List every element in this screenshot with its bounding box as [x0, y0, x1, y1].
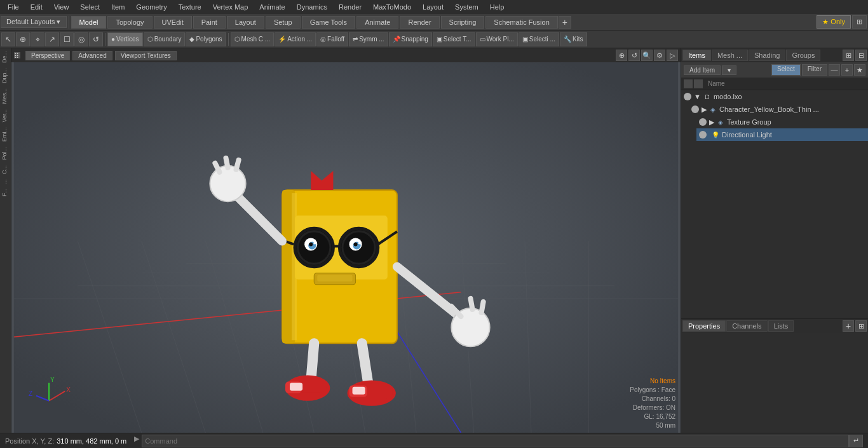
layout-expand-button[interactable]: ⊞: [852, 15, 867, 29]
items-expand-icon[interactable]: ⊞: [843, 50, 854, 61]
items-dash-button[interactable]: —: [829, 64, 840, 76]
tool-boundary[interactable]: ⬡ Boundary: [144, 32, 186, 46]
tab-shading[interactable]: Shading: [749, 50, 785, 61]
tool-mesh-filter[interactable]: ⬡ Mesh C ...: [231, 32, 275, 46]
vp-icon-settings[interactable]: ⚙: [654, 50, 665, 61]
cmd-go-button[interactable]: ↵: [849, 435, 863, 447]
menu-dynamics[interactable]: Dynamics: [292, 2, 332, 12]
command-input[interactable]: [142, 435, 849, 447]
menu-texture[interactable]: Texture: [173, 2, 207, 12]
sidebar-tab-dot[interactable]: ...: [0, 177, 11, 187]
tab-uvedit[interactable]: UVEdit: [154, 16, 192, 29]
vp-icon-reset[interactable]: ↺: [628, 50, 640, 61]
tool-snapping[interactable]: 📌 Snapping: [389, 32, 432, 46]
sidebar-tab-mes[interactable]: Mes...: [0, 86, 11, 107]
tab-schematicfusion[interactable]: Schematic Fusion: [485, 16, 557, 29]
menu-animate[interactable]: Animate: [254, 2, 290, 12]
tool-select-arrow[interactable]: ↖: [1, 32, 15, 46]
prop-tab-properties[interactable]: Properties: [682, 320, 726, 332]
tool-polygons[interactable]: ◆ Polygons: [186, 32, 226, 46]
tab-topology[interactable]: Topology: [107, 16, 152, 29]
tree-expand-texture[interactable]: ▶: [709, 118, 714, 126]
vp-tab-perspective[interactable]: Perspective: [25, 51, 70, 60]
items-plus-button[interactable]: +: [841, 64, 853, 76]
menu-edit[interactable]: Edit: [25, 2, 48, 12]
tool-kits[interactable]: 🔧 Kits: [560, 32, 587, 46]
tab-setup[interactable]: Setup: [266, 16, 301, 29]
sidebar-tab-dup[interactable]: Dup...: [0, 65, 11, 86]
tab-groups[interactable]: Groups: [786, 50, 820, 61]
vis-circle-1[interactable]: [684, 93, 691, 100]
viewport-grip[interactable]: ⠿: [14, 52, 20, 58]
items-star-button[interactable]: ★: [854, 64, 865, 76]
tool-arrow[interactable]: ↗: [45, 32, 59, 46]
tab-gametools[interactable]: Game Tools: [302, 16, 356, 29]
tree-row-modo[interactable]: ▼ 🗋 modo.lxo: [681, 90, 868, 103]
tree-row-directional-light[interactable]: 💡 Directional Light: [696, 128, 868, 141]
tool-selecti[interactable]: ▣ Selecti ...: [519, 32, 559, 46]
tab-model[interactable]: Model: [71, 16, 107, 29]
vp-tab-advanced[interactable]: Advanced: [72, 51, 112, 60]
viewport-canvas[interactable]: X Y Z No Items Polygons : Face Channels:…: [11, 62, 681, 433]
tool-action[interactable]: ⚡ Action ...: [275, 32, 316, 46]
items-list[interactable]: ▼ 🗋 modo.lxo ▶ ◈ Character_Yellow_Book_T…: [681, 90, 868, 318]
sidebar-tab-pol[interactable]: Pol...: [0, 144, 11, 163]
tab-layout[interactable]: Layout: [227, 16, 264, 29]
menu-layout[interactable]: Layout: [417, 2, 449, 12]
tab-scripting[interactable]: Scripting: [441, 16, 485, 29]
tab-render[interactable]: Render: [400, 16, 439, 29]
menu-geometry[interactable]: Geometry: [131, 2, 172, 12]
sidebar-tab-emi[interactable]: Emi...: [0, 125, 11, 144]
items-collapse-icon[interactable]: ⊟: [855, 50, 867, 61]
menu-select[interactable]: Select: [75, 2, 105, 12]
prop-tab-lists[interactable]: Lists: [768, 320, 794, 332]
vis-circle-4[interactable]: [699, 131, 707, 139]
tool-rotate[interactable]: ◎: [74, 32, 88, 46]
tree-row-texture[interactable]: ▶ ◈ Texture Group: [696, 116, 868, 128]
tree-expand-character[interactable]: ▶: [702, 105, 707, 114]
menu-vertexmap[interactable]: Vertex Map: [208, 2, 254, 12]
sidebar-tab-f[interactable]: F...: [0, 186, 11, 199]
layout-preset-button[interactable]: Default Layouts ▾: [1, 16, 67, 28]
tool-vertices[interactable]: ● Vertices: [107, 32, 143, 46]
tool-refresh[interactable]: ↺: [89, 32, 103, 46]
tool-select-through[interactable]: ▣ Select T...: [433, 32, 475, 46]
tab-items[interactable]: Items: [682, 50, 711, 61]
menu-maxtomodo[interactable]: MaxToModo: [368, 2, 416, 12]
vp-icon-zoom[interactable]: 🔍: [641, 50, 653, 61]
vp-icon-play[interactable]: ▷: [667, 50, 678, 61]
menu-view[interactable]: View: [49, 2, 74, 12]
vp-tab-textures[interactable]: Viewport Textures: [115, 51, 177, 60]
menu-system[interactable]: System: [450, 2, 484, 12]
menu-render[interactable]: Render: [334, 2, 367, 12]
sidebar-tab-c[interactable]: C...: [0, 163, 11, 177]
sidebar-tab-ver[interactable]: Ver...: [0, 107, 11, 125]
tool-workplane[interactable]: ▭ Work Pl...: [476, 32, 518, 46]
layout-only-button[interactable]: ★ Only: [817, 15, 851, 29]
tree-expand-modo[interactable]: ▼: [694, 93, 701, 100]
prop-expand-button[interactable]: ⊞: [855, 320, 867, 332]
menu-item[interactable]: Item: [106, 2, 130, 12]
tool-falloff[interactable]: ◎ Falloff: [316, 32, 348, 46]
items-select-button[interactable]: Select: [771, 64, 801, 76]
tool-square[interactable]: ☐: [60, 32, 74, 46]
sidebar-tab-de[interactable]: De...: [0, 48, 11, 65]
tab-paint[interactable]: Paint: [193, 16, 226, 29]
add-item-dropdown[interactable]: ▾: [722, 65, 736, 75]
items-filter-button[interactable]: Filter: [802, 64, 827, 76]
layout-add-button[interactable]: +: [559, 16, 571, 29]
vis-circle-3[interactable]: [699, 118, 707, 126]
menu-help[interactable]: Help: [485, 2, 510, 12]
tool-symmetry[interactable]: ⇌ Symm ...: [349, 32, 388, 46]
menu-file[interactable]: File: [3, 2, 24, 12]
tree-row-character[interactable]: ▶ ◈ Character_Yellow_Book_Thin ...: [689, 103, 868, 116]
add-item-button[interactable]: Add Item: [684, 65, 721, 75]
tab-animate[interactable]: Animate: [356, 16, 398, 29]
tool-circle[interactable]: ⊕: [16, 32, 30, 46]
tab-mesh[interactable]: Mesh ...: [712, 50, 748, 61]
prop-plus-button[interactable]: +: [843, 320, 854, 332]
tool-crosshair[interactable]: ⌖: [31, 32, 44, 46]
vis-circle-2[interactable]: [691, 105, 699, 113]
vp-icon-add[interactable]: ⊕: [616, 50, 627, 61]
prop-tab-channels[interactable]: Channels: [726, 320, 767, 332]
